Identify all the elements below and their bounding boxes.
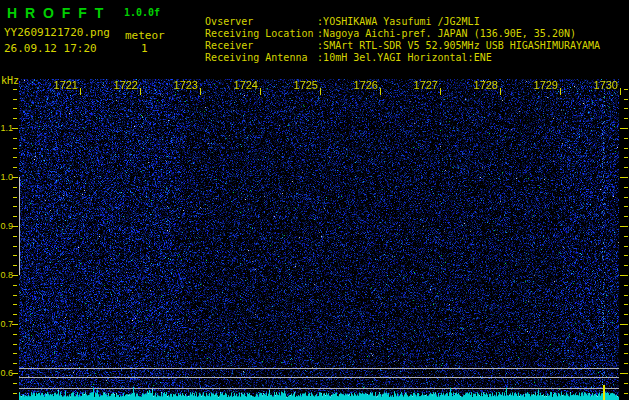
time-tick: [80, 88, 81, 95]
freq-minor-tick-right: [624, 285, 628, 286]
time-tick-label: 1727: [394, 79, 438, 91]
time-tick-label: 1722: [94, 79, 138, 91]
time-tick: [200, 88, 201, 95]
time-tick-label: 1726: [334, 79, 378, 91]
freq-major-tick-right: [620, 177, 628, 178]
freq-major-tick-right: [620, 128, 628, 129]
time-tick: [440, 88, 441, 95]
freq-minor-tick-right: [624, 344, 628, 345]
app-title: H R O F F T: [7, 5, 105, 21]
freq-major-tick-right: [620, 324, 628, 325]
freq-minor-tick-left: [13, 344, 17, 345]
freq-minor-tick-right: [624, 118, 628, 119]
freq-minor-tick-right: [624, 304, 628, 305]
freq-major-tick-right: [620, 275, 628, 276]
freq-minor-tick-left: [13, 393, 17, 394]
mode-label: meteor: [125, 29, 165, 42]
antenna-label: Receiving Antenna: [205, 52, 317, 63]
spectrogram-canvas: [19, 79, 619, 400]
freq-minor-tick-right: [624, 383, 628, 384]
freq-axis-unit: kHz: [1, 75, 19, 86]
freq-minor-tick-left: [13, 89, 17, 90]
freq-minor-tick-right: [624, 187, 628, 188]
time-tick: [140, 88, 141, 95]
freq-minor-tick-left: [13, 197, 17, 198]
freq-minor-tick-right: [624, 108, 628, 109]
freq-minor-tick-left: [13, 157, 17, 158]
freq-minor-tick-right: [624, 99, 628, 100]
freq-minor-tick-right: [624, 255, 628, 256]
freq-major-tick-right: [620, 226, 628, 227]
freq-minor-tick-right: [624, 216, 628, 217]
freq-major-tick-left: [12, 128, 18, 129]
freq-minor-tick-right: [624, 265, 628, 266]
time-tick: [320, 88, 321, 95]
freq-minor-tick-left: [13, 285, 17, 286]
output-filename: YY2609121720.png: [4, 26, 110, 39]
time-tick-label: 1729: [514, 79, 558, 91]
freq-minor-tick-right: [624, 236, 628, 237]
time-tick-label: 1730: [574, 79, 618, 91]
freq-minor-tick-left: [13, 206, 17, 207]
freq-minor-tick-left: [13, 353, 17, 354]
time-tick: [620, 88, 621, 95]
freq-minor-tick-right: [624, 314, 628, 315]
freq-minor-tick-right: [624, 138, 628, 139]
time-tick-label: 1728: [454, 79, 498, 91]
freq-minor-tick-left: [13, 216, 17, 217]
freq-minor-tick-left: [13, 99, 17, 100]
freq-minor-tick-right: [624, 167, 628, 168]
time-tick-label: 1725: [274, 79, 318, 91]
freq-major-tick-left: [12, 275, 18, 276]
freq-minor-tick-left: [13, 363, 17, 364]
freq-minor-tick-left: [13, 383, 17, 384]
freq-minor-tick-left: [13, 255, 17, 256]
freq-minor-tick-right: [624, 334, 628, 335]
freq-minor-tick-left: [13, 118, 17, 119]
time-tick-label: 1721: [34, 79, 78, 91]
freq-minor-tick-left: [13, 187, 17, 188]
datetime-label: 26.09.12 17:20: [4, 42, 97, 55]
freq-major-tick-left: [12, 177, 18, 178]
time-tick-label: 1724: [214, 79, 258, 91]
time-tick: [260, 88, 261, 95]
freq-major-tick-left: [12, 373, 18, 374]
freq-minor-tick-right: [624, 393, 628, 394]
freq-minor-tick-right: [624, 206, 628, 207]
freq-minor-tick-left: [13, 246, 17, 247]
freq-minor-tick-right: [624, 363, 628, 364]
freq-minor-tick-left: [13, 108, 17, 109]
freq-minor-tick-left: [13, 148, 17, 149]
freq-major-tick-right: [620, 373, 628, 374]
freq-minor-tick-right: [624, 353, 628, 354]
freq-minor-tick-left: [13, 334, 17, 335]
sequence-number: 1: [141, 42, 148, 55]
freq-minor-tick-right: [624, 89, 628, 90]
freq-minor-tick-left: [13, 167, 17, 168]
time-tick: [500, 88, 501, 95]
time-tick-label: 1723: [154, 79, 198, 91]
time-tick: [380, 88, 381, 95]
version-label: 1.0.0f: [124, 7, 160, 18]
antenna-value: :10mH 3el.YAGI Horizontal:ENE: [317, 52, 492, 63]
freq-minor-tick-right: [624, 295, 628, 296]
freq-minor-tick-right: [624, 246, 628, 247]
freq-minor-tick-left: [13, 236, 17, 237]
freq-minor-tick-right: [624, 197, 628, 198]
hrofft-window: H R O F F T 1.0.0f YY2609121720.png mete…: [0, 0, 629, 400]
freq-minor-tick-left: [13, 295, 17, 296]
time-tick: [560, 88, 561, 95]
freq-minor-tick-left: [13, 314, 17, 315]
freq-minor-tick-left: [13, 265, 17, 266]
info-row-antenna: Receiving Antenna:10mH 3el.YAGI Horizont…: [181, 41, 492, 74]
freq-minor-tick-left: [13, 304, 17, 305]
freq-major-tick-left: [12, 324, 18, 325]
freq-minor-tick-right: [624, 148, 628, 149]
freq-minor-tick-left: [13, 138, 17, 139]
freq-major-tick-left: [12, 226, 18, 227]
freq-minor-tick-right: [624, 157, 628, 158]
